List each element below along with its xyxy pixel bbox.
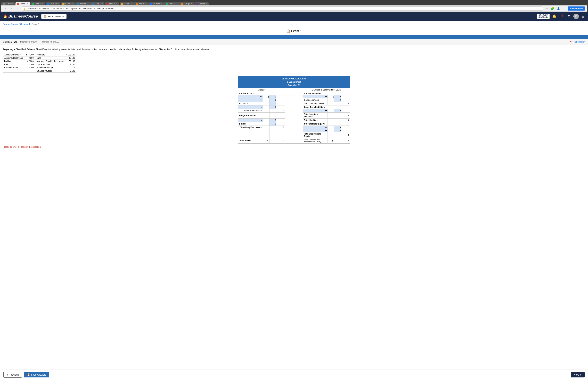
profile-icon[interactable]: 👤 [556, 7, 561, 10]
se-input-1[interactable] [335, 126, 341, 129]
tab-close-ra[interactable]: ✕ [12, 3, 13, 5]
se-select-2[interactable]: Common Stock Retained Earnings [303, 130, 327, 132]
asset-input-2[interactable] [270, 99, 276, 101]
asset-select-4[interactable]: Land Building [238, 119, 263, 121]
tab-comp1[interactable]: comp 1 ✕ [90, 2, 104, 5]
asset-select-3[interactable]: Cash Accounts Receivable Inventory Offic… [238, 106, 263, 108]
asset-select-4-cell[interactable]: Land Building [238, 118, 263, 122]
home-icon: 🏠 [44, 15, 47, 18]
asset-select-2[interactable]: Cash Accounts Receivable Inventory Offic… [238, 99, 263, 101]
salaries-payable-input[interactable] [335, 99, 341, 101]
asset-input-4[interactable] [270, 119, 276, 121]
tab-chatgp[interactable]: ChatGP ✕ [46, 2, 60, 5]
tab-close-addict[interactable]: ✕ [145, 3, 146, 5]
tab-ra[interactable]: ra stuff ✕ [1, 2, 15, 5]
se-input-2[interactable] [335, 130, 341, 132]
tab-close-home2[interactable]: ✕ [131, 3, 132, 5]
salaries-total [341, 98, 350, 102]
tab-addict[interactable]: Addicti ✕ [134, 2, 148, 5]
tab-mail[interactable]: Mail - K ✕ [105, 2, 119, 5]
bookmark-icon[interactable]: ☆ [545, 7, 549, 10]
se-input-1-cell[interactable] [334, 126, 341, 129]
menu-icon[interactable]: ⋮ [562, 7, 566, 10]
finish-update-button[interactable]: Finish update [568, 6, 585, 11]
asset-select-2-cell[interactable]: Cash Accounts Receivable Inventory Offic… [238, 98, 263, 102]
tab-close-mail[interactable]: ✕ [116, 3, 117, 5]
total-long-term-liabilities-value: 0 [341, 113, 350, 118]
tab-home1[interactable]: Home - ✕ [61, 2, 75, 5]
inventory-input[interactable] [270, 102, 276, 105]
asset-empty-11 [238, 129, 263, 132]
liability-input-1-cell[interactable] [334, 95, 341, 98]
inventory-input-cell[interactable] [269, 102, 276, 105]
url-bar[interactable]: 🔒 mybusinesscourse.com/course/30257/cont… [21, 6, 544, 11]
tab-close-comp1[interactable]: ✕ [101, 3, 103, 5]
liability-select-2-cell[interactable]: Mortgage Payable (long term) [303, 109, 328, 113]
liability-select-1[interactable]: Accounts Payable Salaries Payable [303, 95, 327, 98]
asset-select-1-cell[interactable]: Cash Accounts Receivable Inventory Offic… [238, 95, 263, 98]
bs-row-10: Total Long-Term Assets 0 Common Stock Re… [238, 126, 350, 129]
bellevue-logo: BELLEVUE UNIVERSITY [537, 14, 550, 19]
tab-discuss[interactable]: discuss ✕ [75, 2, 90, 5]
tl-empty [334, 118, 341, 122]
liability-select-2[interactable]: Mortgage Payable (long term) [303, 110, 327, 112]
se-select-1-cell[interactable]: Common Stock Retained Earnings [303, 126, 328, 129]
asset-select-3-cell[interactable]: Cash Accounts Receivable Inventory Offic… [238, 105, 263, 109]
salaries-input-cell[interactable] [334, 98, 341, 102]
tab-close-home1[interactable]: ✕ [72, 3, 73, 5]
asset-input-1-cell[interactable] [269, 95, 276, 98]
asset-select-1[interactable]: Cash Accounts Receivable Inventory Offic… [238, 95, 263, 98]
avatar[interactable]: K [573, 14, 579, 19]
liability-select-1-cell[interactable]: Accounts Payable Salaries Payable [303, 95, 328, 98]
asset-dollar-3 [263, 105, 269, 109]
forward-button[interactable]: → [9, 7, 14, 10]
breadcrumb-sep2: / [31, 23, 31, 25]
asset-input-2-cell[interactable] [269, 98, 276, 102]
tab-close-chatgp[interactable]: ✕ [57, 3, 59, 5]
asset-input-3-cell[interactable] [269, 105, 276, 109]
liability-input-2[interactable] [335, 110, 341, 112]
tab-close-chat[interactable]: ✕ [42, 3, 44, 5]
tab-close-myapps[interactable]: ✕ [161, 3, 162, 5]
tab-hubspot[interactable]: HubSpo ✕ [179, 2, 194, 5]
acct-name-2-2: Mortgage Payable (long term) [35, 59, 65, 63]
tab-paraph[interactable]: Paraph ✕ [194, 2, 209, 5]
tab-home2[interactable]: Home - ✕ [120, 2, 134, 5]
return-to-course-button[interactable]: 🏠 Return to course [41, 14, 67, 19]
sidebar-toggle-icon[interactable]: ☰ [581, 14, 585, 19]
tab-close-paraph[interactable]: ✕ [206, 3, 207, 5]
liability-input-1[interactable] [335, 95, 341, 98]
asset-input-3[interactable] [270, 106, 276, 108]
flag-question-link[interactable]: 🚩 Flag question [570, 41, 585, 43]
back-button[interactable]: ← [3, 7, 8, 10]
tle-empty [334, 138, 341, 143]
tab-close-hubspot[interactable]: ✕ [191, 3, 192, 5]
settings-icon[interactable]: ⚙ [567, 14, 571, 19]
tab-close-exam1[interactable]: ✕ [27, 3, 28, 5]
tab-exam1[interactable]: Exam 1 ✕ [16, 2, 30, 5]
liability-input-2-cell[interactable] [334, 109, 341, 113]
se-select-2-cell[interactable]: Common Stock Retained Earnings [303, 129, 328, 132]
breadcrumb-course-content[interactable]: Course Content [3, 23, 18, 25]
se-input-2-cell[interactable] [334, 129, 341, 132]
tcl-dollar [327, 102, 334, 105]
building-input[interactable] [270, 123, 276, 125]
asset-input-4-cell[interactable] [269, 118, 276, 122]
asset-empty-12b [269, 132, 276, 138]
notifications-icon[interactable]: 🔔 [551, 14, 557, 19]
help-icon[interactable]: ❓ [559, 14, 565, 19]
tab-close-content[interactable]: ✕ [176, 3, 177, 5]
asset-input-1[interactable] [270, 95, 276, 98]
tab-myapps[interactable]: My Apps ✕ [148, 2, 164, 5]
tab-close-discuss[interactable]: ✕ [87, 3, 88, 5]
reload-button[interactable]: ↻ [15, 7, 19, 11]
new-tab-button[interactable]: + [209, 1, 212, 5]
breadcrumb-chapter[interactable]: Chapter 4 [20, 23, 30, 25]
tab-content[interactable]: Content ✕ [164, 2, 179, 5]
building-input-cell[interactable] [269, 122, 276, 126]
extensions-icon[interactable]: 🧩 [550, 7, 555, 10]
se-select-1[interactable]: Common Stock Retained Earnings [303, 126, 327, 129]
acct-name-0-2: Inventory [35, 53, 65, 56]
tab-chat[interactable]: Chat - L ✕ [30, 2, 45, 5]
tle-dollar: $ [327, 138, 334, 143]
